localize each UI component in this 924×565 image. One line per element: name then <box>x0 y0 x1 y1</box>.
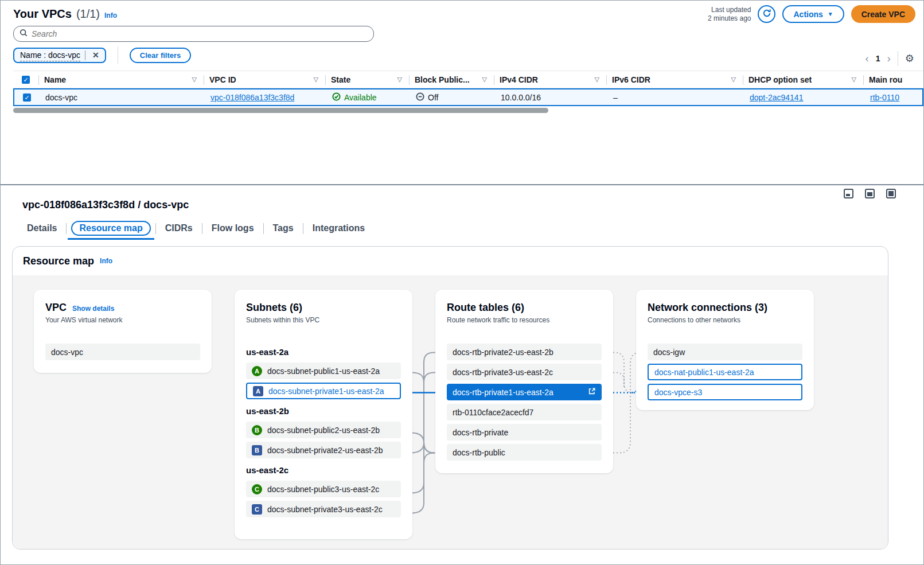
panel-size-small-icon[interactable] <box>844 189 853 198</box>
col-dhcp-option-set: DHCP option set <box>748 75 812 84</box>
subnet-item-selected[interactable]: A docs-subnet-private1-us-east-2a <box>246 383 401 399</box>
col-vpc-id: VPC ID <box>209 75 236 84</box>
filter-icon[interactable]: ▽ <box>192 76 198 83</box>
tab-tags[interactable]: Tags <box>264 221 303 236</box>
actions-button[interactable]: Actions ▼ <box>782 5 844 23</box>
table-row[interactable]: ✓ docs-vpc vpc-018f086a13f3c3f8d Availab… <box>13 88 923 106</box>
tab-flow-logs[interactable]: Flow logs <box>202 221 263 236</box>
connection-item[interactable]: docs-igw <box>648 344 802 360</box>
refresh-button[interactable] <box>758 5 775 23</box>
panel-size-large-icon[interactable] <box>886 189 896 198</box>
last-updated: Last updated 2 minutes ago <box>708 6 751 23</box>
aws-vpc-console: Your VPCs (1/1) Info Last updated 2 minu… <box>0 0 924 565</box>
subnet-item[interactable]: A docs-subnet-public1-us-east-2a <box>246 363 401 379</box>
close-icon[interactable]: ✕ <box>90 50 102 60</box>
filter-row: Name : docs-vpc ✕ Clear filters <box>13 46 191 64</box>
route-table-item[interactable]: docs-rtb-private3-us-east-2c <box>447 364 602 380</box>
table-header: ✓ Name▽ VPC ID▽ State▽ Block Public...▽ … <box>13 71 923 88</box>
route-table-item[interactable]: docs-rtb-private <box>447 424 602 441</box>
select-all-checkbox[interactable]: ✓ <box>22 76 30 84</box>
vpc-panel-subtitle: Your AWS virtual network <box>45 316 200 324</box>
network-connections-panel-title: Network connections (3) <box>648 301 767 314</box>
create-vpc-button[interactable]: Create VPC <box>851 5 915 23</box>
page-title: Your VPCs <box>13 7 72 21</box>
col-ipv4-cidr: IPv4 CIDR <box>500 75 538 84</box>
connection-item-highlighted[interactable]: docs-nat-public1-us-east-2a <box>648 364 802 380</box>
show-details-link[interactable]: Show details <box>72 305 114 313</box>
route-tables-panel-title: Route tables (6) <box>447 301 524 314</box>
col-name: Name <box>44 75 66 84</box>
block-public-value: Off <box>428 93 438 102</box>
az-group-label: us-east-2a <box>246 347 401 357</box>
vpc-id-link[interactable]: vpc-018f086a13f3c3f8d <box>210 93 294 102</box>
subnet-item[interactable]: C docs-subnet-private3-us-east-2c <box>246 501 401 517</box>
filter-chip[interactable]: Name : docs-vpc ✕ <box>13 48 106 63</box>
panel-layout-controls <box>844 189 896 198</box>
info-link[interactable]: Info <box>104 11 117 20</box>
search-icon <box>20 29 28 39</box>
tab-details[interactable]: Details <box>18 221 66 236</box>
route-table-item[interactable]: rtb-0110cface2acecfd7 <box>447 404 602 420</box>
horizontal-scrollbar[interactable] <box>13 108 548 113</box>
dhcp-option-set-link[interactable]: dopt-2ac94141 <box>750 93 803 102</box>
vpc-table: ✓ Name▽ VPC ID▽ State▽ Block Public...▽ … <box>13 71 923 106</box>
current-page[interactable]: 1 <box>876 54 880 63</box>
subnet-item[interactable]: B docs-subnet-private2-us-east-2b <box>246 442 401 458</box>
tab-cidrs[interactable]: CIDRs <box>156 221 202 236</box>
public-subnet-badge: C <box>252 484 262 494</box>
connection-item-highlighted[interactable]: docs-vpce-s3 <box>648 384 802 400</box>
gear-icon[interactable]: ⚙ <box>905 52 914 65</box>
resource-map-card: Resource map Info <box>12 246 888 550</box>
clear-filters-button[interactable]: Clear filters <box>130 48 192 63</box>
cell-name: docs-vpc <box>40 93 205 102</box>
list-title-row: Your VPCs (1/1) Info <box>13 7 117 21</box>
filter-icon[interactable]: ▽ <box>595 76 601 83</box>
tab-resource-map[interactable]: Resource map <box>71 221 150 236</box>
subnet-item[interactable]: C docs-subnet-public3-us-east-2c <box>246 481 401 497</box>
cell-ipv6: – <box>607 93 744 102</box>
network-connections-panel: Network connections (3) Connections to o… <box>636 290 814 410</box>
panel-size-medium-icon[interactable] <box>865 189 875 198</box>
divider <box>118 46 118 64</box>
filter-icon[interactable]: ▽ <box>314 76 319 83</box>
filter-icon[interactable]: ▽ <box>482 76 488 83</box>
private-subnet-badge: A <box>253 386 263 396</box>
search-box[interactable] <box>13 26 374 42</box>
filter-chip-label: Name : docs-vpc <box>20 49 80 61</box>
route-tables-panel: Route tables (6) Route network traffic t… <box>435 290 613 473</box>
external-link-icon[interactable] <box>588 387 596 397</box>
state-value: Available <box>344 93 377 102</box>
filter-icon[interactable]: ▽ <box>397 76 403 83</box>
filter-icon[interactable]: ▽ <box>731 76 737 83</box>
col-ipv6-cidr: IPv6 CIDR <box>612 75 650 84</box>
next-page-icon[interactable]: › <box>887 53 891 64</box>
vpc-panel: VPC Show details Your AWS virtual networ… <box>34 290 212 373</box>
vpc-item[interactable]: docs-vpc <box>45 344 200 360</box>
tab-integrations[interactable]: Integrations <box>303 221 375 236</box>
search-input[interactable] <box>32 29 368 38</box>
detail-tabs: Details Resource map CIDRs Flow logs Tag… <box>18 221 374 236</box>
resource-map-info-link[interactable]: Info <box>100 257 112 265</box>
az-group-label: us-east-2b <box>246 406 401 416</box>
col-block-public: Block Public... <box>415 75 470 84</box>
detail-title: vpc-018f086a13f3c3f8d / docs-vpc <box>22 199 189 211</box>
resource-map-title: Resource map <box>23 255 94 267</box>
subnet-item[interactable]: B docs-subnet-public2-us-east-2b <box>246 422 401 438</box>
private-subnet-badge: C <box>252 504 262 515</box>
network-connections-panel-subtitle: Connections to other networks <box>648 316 802 324</box>
available-icon <box>332 92 341 103</box>
subnets-panel: Subnets (6) Subnets within this VPC us-e… <box>235 290 412 539</box>
cell-ipv4: 10.0.0.0/16 <box>495 93 607 102</box>
public-subnet-badge: A <box>252 366 262 376</box>
route-table-item-selected[interactable]: docs-rtb-private1-us-east-2a <box>447 384 602 400</box>
route-tables-panel-subtitle: Route network traffic to resources <box>447 316 602 324</box>
filter-icon[interactable]: ▽ <box>852 76 857 83</box>
main-route-table-link[interactable]: rtb-0110 <box>870 93 899 102</box>
route-table-item[interactable]: docs-rtb-public <box>447 444 602 461</box>
resource-map-header: Resource map Info <box>13 247 888 275</box>
off-icon <box>416 92 424 103</box>
subnets-panel-subtitle: Subnets within this VPC <box>246 316 401 324</box>
row-checkbox[interactable]: ✓ <box>23 93 31 102</box>
route-table-item[interactable]: docs-rtb-private2-us-east-2b <box>447 344 602 360</box>
prev-page-icon[interactable]: ‹ <box>865 53 868 64</box>
